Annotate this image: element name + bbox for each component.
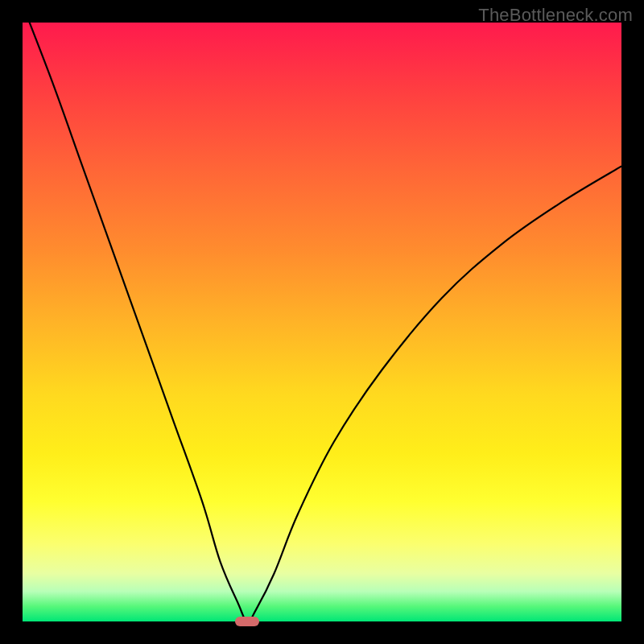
chart-frame: TheBottleneck.com [0,0,644,644]
curve-layer [23,23,621,621]
balance-point-marker [235,617,259,626]
plot-area [23,23,621,621]
bottleneck-curve [23,23,621,621]
